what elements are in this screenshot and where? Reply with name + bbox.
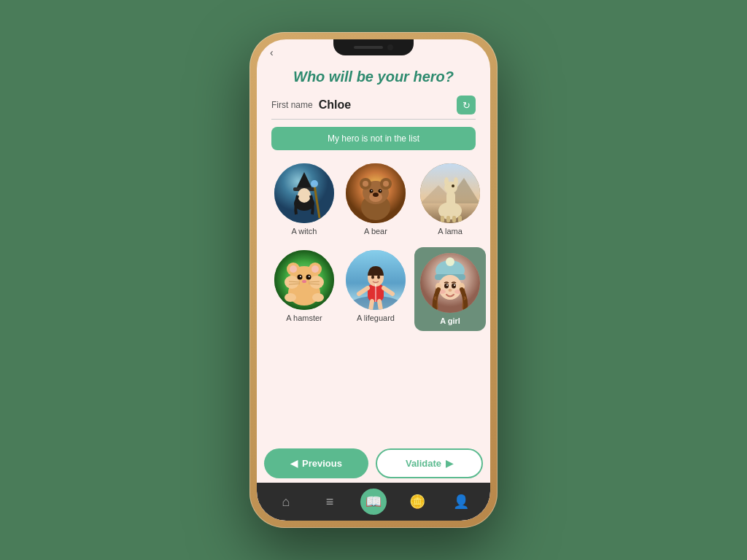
- svg-line-62: [379, 301, 381, 310]
- bottom-navigation: ⌂ ≡ 📖 🪙 👤: [257, 483, 490, 521]
- notch: [333, 39, 414, 55]
- svg-point-58: [377, 276, 380, 279]
- nav-list[interactable]: ≡: [317, 489, 343, 515]
- hero-item-witch[interactable]: A witch: [271, 160, 337, 238]
- svg-point-43: [306, 275, 311, 280]
- camera: [387, 44, 393, 50]
- svg-rect-29: [441, 216, 444, 222]
- svg-rect-24: [446, 191, 455, 207]
- hero-image-lifeguard: [346, 250, 406, 310]
- svg-point-42: [298, 275, 303, 280]
- back-button[interactable]: ‹: [268, 47, 274, 58]
- hero-card-hamster: A hamster: [271, 247, 337, 325]
- hero-image-lama: [420, 163, 480, 223]
- hero-image-bear: [346, 163, 406, 223]
- svg-point-28: [452, 184, 454, 187]
- phone-frame: ‹ Who will be your hero? First name Chlo…: [249, 32, 498, 528]
- svg-point-74: [454, 284, 455, 286]
- refresh-button[interactable]: ↻: [457, 96, 476, 114]
- svg-point-45: [309, 276, 310, 277]
- svg-point-27: [454, 177, 458, 186]
- next-arrow-icon: ▶: [446, 458, 453, 469]
- main-content: Who will be your hero? First name Chloe …: [257, 61, 490, 441]
- hero-label-lifeguard: A lifeguard: [357, 314, 395, 322]
- svg-point-19: [380, 190, 382, 192]
- heroes-grid: A witch: [271, 160, 476, 331]
- svg-point-67: [446, 257, 454, 266]
- svg-point-18: [371, 190, 373, 192]
- hero-card-lama: A lama: [417, 160, 483, 238]
- svg-rect-31: [452, 216, 456, 222]
- nav-profile[interactable]: 👤: [448, 489, 474, 515]
- svg-point-44: [300, 276, 301, 277]
- svg-point-52: [312, 293, 324, 302]
- svg-point-40: [290, 265, 297, 273]
- hero-image-witch: [274, 163, 334, 223]
- svg-point-73: [446, 284, 448, 286]
- svg-point-26: [444, 177, 449, 186]
- hero-label-lama: A lama: [438, 227, 462, 236]
- hero-image-girl: [420, 253, 480, 313]
- phone-screen: ‹ Who will be your hero? First name Chlo…: [257, 39, 490, 521]
- svg-point-41: [311, 265, 319, 273]
- first-name-row: First name Chloe ↻: [271, 96, 476, 120]
- svg-point-75: [449, 289, 452, 292]
- hero-label-bear: A bear: [364, 227, 387, 236]
- svg-point-13: [383, 181, 389, 187]
- hero-item-bear[interactable]: A bear: [343, 160, 409, 238]
- hero-item-girl[interactable]: A girl: [414, 247, 486, 331]
- validate-label: Validate: [406, 458, 441, 469]
- hero-label-witch: A witch: [292, 227, 317, 236]
- svg-point-12: [363, 181, 368, 187]
- svg-point-15: [373, 192, 379, 197]
- hero-card-witch: A witch: [271, 160, 337, 238]
- hero-label-girl: A girl: [440, 316, 460, 325]
- page-title: Who will be your hero?: [293, 69, 454, 85]
- previous-button[interactable]: ◀ Previous: [264, 448, 368, 478]
- hero-card-bear: A bear: [343, 160, 409, 238]
- hero-card-lifeguard: A lifeguard: [343, 247, 409, 325]
- speaker: [354, 46, 383, 49]
- not-in-list-button[interactable]: My hero is not in the list: [271, 127, 476, 150]
- nav-coins[interactable]: 🪙: [404, 489, 430, 515]
- hero-image-hamster: [274, 250, 334, 310]
- action-buttons: ◀ Previous Validate ▶: [257, 441, 490, 483]
- hero-item-hamster[interactable]: A hamster: [271, 247, 337, 331]
- svg-point-4: [298, 188, 311, 203]
- nav-home[interactable]: ⌂: [273, 489, 299, 515]
- hero-label-hamster: A hamster: [286, 314, 322, 322]
- validate-button[interactable]: Validate ▶: [376, 448, 483, 478]
- hero-card-girl: A girl: [414, 247, 486, 331]
- svg-rect-30: [446, 216, 450, 222]
- svg-point-51: [285, 293, 296, 302]
- prev-arrow-icon: ◀: [290, 458, 298, 469]
- svg-point-46: [302, 280, 306, 283]
- first-name-value: Chloe: [319, 98, 457, 112]
- svg-point-6: [311, 180, 318, 187]
- svg-point-72: [452, 284, 456, 289]
- svg-point-57: [371, 276, 374, 279]
- hero-item-lifeguard[interactable]: A lifeguard: [343, 247, 409, 331]
- svg-rect-32: [458, 216, 462, 222]
- svg-point-71: [444, 284, 449, 289]
- nav-book[interactable]: 📖: [360, 489, 387, 515]
- previous-label: Previous: [302, 458, 342, 469]
- first-name-label: First name: [271, 100, 313, 110]
- hero-item-lama[interactable]: A lama: [414, 160, 486, 238]
- svg-line-61: [371, 301, 372, 310]
